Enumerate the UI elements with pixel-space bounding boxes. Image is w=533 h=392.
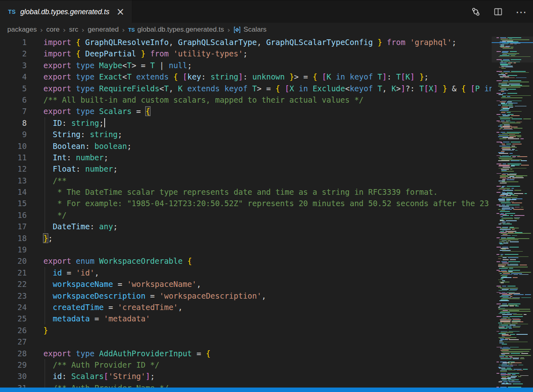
code-text: id: Scalars['String']; (43, 370, 155, 382)
status-bar (0, 388, 533, 392)
editor-line[interactable]: 25 metadata = 'metadata' (0, 313, 492, 324)
editor-line[interactable]: 7export type Scalars = { (0, 106, 492, 117)
close-tab-icon[interactable]: × (116, 7, 125, 17)
code-text: String: string; (43, 129, 123, 140)
indent-guide (45, 278, 45, 290)
line-number: 16 (0, 209, 27, 221)
breadcrumb: packages›core›src›generated›TSglobal.db.… (0, 23, 533, 37)
breadcrumb-separator: › (122, 26, 125, 34)
editor-line[interactable]: 4export type Exact<T extends { [key: str… (0, 71, 492, 82)
editor-line[interactable]: 29 /** Auth Provider ID */ (0, 359, 492, 370)
code-text: createdTime = 'createdTime', (43, 302, 183, 313)
code-text: import { DeepPartial } from 'utility-typ… (43, 48, 247, 59)
editor-line[interactable]: 12 Float: number; (0, 163, 492, 174)
editor-line[interactable]: 11 Int: number; (0, 152, 492, 163)
line-number: 28 (0, 348, 27, 359)
line-number: 2 (0, 48, 27, 59)
breadcrumb-label: global.db.types.generated.ts (138, 26, 224, 34)
line-number: 27 (0, 336, 27, 347)
editor-line[interactable]: 30 id: Scalars['String']; (0, 370, 492, 382)
code-editor[interactable]: 1import { GraphQLResolveInfo, GraphQLSca… (0, 37, 492, 392)
editor-line[interactable]: 8 ID: string; (0, 117, 492, 129)
editor-line[interactable]: 18}; (0, 233, 492, 244)
editor-line[interactable]: 1import { GraphQLResolveInfo, GraphQLSca… (0, 37, 492, 48)
breadcrumb-separator: › (40, 26, 43, 34)
editor-line[interactable]: 6/** All built-in and custom scalars, ma… (0, 94, 492, 106)
minimap[interactable] (492, 37, 533, 392)
more-actions-icon[interactable]: ⋯ (516, 6, 527, 17)
indent-guide (45, 163, 45, 174)
indent-guide (45, 221, 45, 232)
editor-line[interactable]: 14 * The DateTime scalar type represents… (0, 186, 492, 198)
indent-guide (45, 370, 45, 382)
code-text: Int: number; (43, 152, 108, 163)
breadcrumb-item-src[interactable]: src (69, 26, 78, 34)
code-text: metadata = 'metadata' (43, 313, 150, 324)
code-text: ID: string; (43, 117, 105, 129)
editor-line[interactable]: 5export type RequireFields<T, K extends … (0, 83, 492, 94)
line-number: 19 (0, 244, 27, 255)
code-text: }; (43, 233, 53, 244)
editor-line[interactable]: 28export type AddAuthProviderInput = { (0, 348, 492, 359)
indent-guide (45, 117, 45, 129)
editor-line[interactable]: 26} (0, 325, 492, 336)
line-number: 26 (0, 325, 27, 336)
code-text: */ (43, 209, 67, 221)
code-text: workspaceDescription = 'workspaceDescrip… (43, 290, 266, 302)
editor-line[interactable]: 23 workspaceDescription = 'workspaceDesc… (0, 290, 492, 302)
minimap-content (496, 37, 532, 392)
editor-line[interactable]: 16 */ (0, 209, 492, 221)
indent-guide (45, 198, 45, 209)
editor-line[interactable]: 9 String: string; (0, 129, 492, 140)
editor-line[interactable]: 3export type Maybe<T> = T | null; (0, 60, 492, 71)
breadcrumb-item-generated[interactable]: generated (88, 26, 119, 34)
line-number: 29 (0, 359, 27, 370)
breadcrumb-item-packages[interactable]: packages (7, 26, 37, 34)
indent-guide (45, 302, 45, 313)
code-text: export type Exact<T extends { [key: stri… (43, 71, 429, 82)
editor-line[interactable]: 2import { DeepPartial } from 'utility-ty… (0, 48, 492, 59)
editor-line[interactable]: 19 (0, 244, 492, 255)
editor-line[interactable]: 13 /** (0, 175, 492, 186)
breadcrumb-item-scalars[interactable]: Scalars (233, 26, 266, 34)
indent-guide (45, 175, 45, 186)
editor-line[interactable]: 10 Boolean: boolean; (0, 140, 492, 152)
code-text: export type Scalars = { (43, 106, 150, 117)
editor-line[interactable]: 21 id = 'id', (0, 267, 492, 278)
breadcrumb-label: src (69, 26, 78, 34)
split-editor-icon[interactable] (494, 7, 503, 16)
line-number: 21 (0, 267, 27, 278)
line-number: 8 (0, 117, 27, 129)
line-number: 24 (0, 302, 27, 313)
editor-line[interactable]: 27 (0, 336, 492, 347)
editor-line[interactable]: 24 createdTime = 'createdTime', (0, 302, 492, 313)
breadcrumb-item-global-db-types-generated-ts[interactable]: TSglobal.db.types.generated.ts (128, 26, 224, 34)
line-number: 25 (0, 313, 27, 324)
code-text: workspaceName = 'workspaceName', (43, 278, 201, 290)
editor-line[interactable]: 20export enum WorkspaceOrderable { (0, 255, 492, 267)
editor-line[interactable]: 15 * For example: "1985-04-12T23:20:50.5… (0, 198, 492, 209)
editor-line[interactable]: 17 DateTime: any; (0, 221, 492, 232)
code-text: * For example: "1985-04-12T23:20:50.52Z"… (43, 198, 489, 209)
line-number: 5 (0, 83, 27, 94)
code-text: Float: number; (43, 163, 118, 174)
editor-line[interactable]: 22 workspaceName = 'workspaceName', (0, 278, 492, 290)
indent-guide (45, 313, 45, 324)
typescript-file-icon: TS (8, 9, 16, 15)
breadcrumb-item-core[interactable]: core (46, 26, 60, 34)
code-text: /** Auth Provider ID */ (43, 359, 159, 370)
code-text: } (43, 325, 48, 336)
line-number: 12 (0, 163, 27, 174)
line-number: 9 (0, 129, 27, 140)
tab-global-db-types-generated-ts[interactable]: TS global.db.types.generated.ts × (0, 0, 132, 23)
typescript-file-icon: TS (128, 27, 135, 33)
line-number: 4 (0, 71, 27, 82)
open-changes-icon[interactable] (471, 7, 481, 17)
code-text: export type Maybe<T> = T | null; (43, 60, 192, 71)
line-number: 6 (0, 94, 27, 106)
line-number: 22 (0, 278, 27, 290)
indent-guide (45, 359, 45, 370)
line-number: 18 (0, 233, 27, 244)
code-text: import { GraphQLResolveInfo, GraphQLScal… (43, 37, 456, 48)
symbol-type-icon (233, 26, 241, 34)
